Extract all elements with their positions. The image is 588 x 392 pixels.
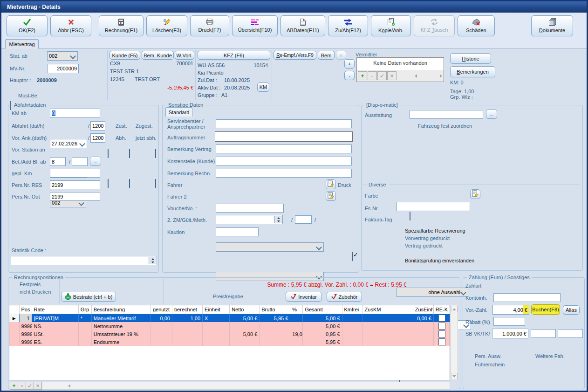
title-bar[interactable]: Mietvertrag - Details bbox=[1, 1, 587, 13]
druck-button[interactable]: Druck(F7) bbox=[190, 15, 229, 36]
table-row[interactable]: ▶ 1 [PRIVAT]M * Manueller Miettarif 0,00… bbox=[9, 314, 450, 323]
col-prozent[interactable]: % bbox=[290, 305, 303, 314]
sb-input-1[interactable]: 1.000,00 € bbox=[492, 329, 528, 338]
ank-checkbox[interactable] bbox=[108, 179, 109, 188]
table-row[interactable]: 99992 USt. Umsatzsteuer 19 % 5,00 € 19,0… bbox=[9, 330, 450, 338]
rek-checkbox[interactable] bbox=[438, 315, 445, 322]
vermittler-plus-button[interactable]: + bbox=[344, 59, 355, 69]
pers-out-input[interactable]: 2199 bbox=[50, 192, 100, 201]
kfz-button[interactable]: KFZ (F6) bbox=[198, 51, 270, 60]
ok-button[interactable]: OK(F2) bbox=[7, 15, 48, 36]
bestrate-button[interactable]: Bestrate (ctrl + b) bbox=[61, 292, 116, 302]
uebersicht-button[interactable]: Übersicht(F10) bbox=[232, 15, 278, 36]
wvorl-button[interactable]: W.Vorl. bbox=[175, 51, 194, 60]
zm-input-2[interactable] bbox=[295, 215, 312, 224]
voucher-input[interactable] bbox=[216, 204, 284, 213]
abort-button[interactable]: Abbr.(ESC) bbox=[50, 15, 91, 36]
schaeden-button[interactable]: Schäden bbox=[458, 15, 495, 36]
historie-button[interactable]: Historie bbox=[450, 53, 491, 64]
km-ab-input[interactable]: 0 bbox=[50, 109, 100, 117]
loeschen-button[interactable]: Löschen(F3) bbox=[146, 15, 187, 36]
fahrzeug-fest-checkbox[interactable] bbox=[410, 212, 410, 220]
col-rek[interactable]: RE-K bbox=[433, 305, 450, 314]
tab-standard[interactable]: Standard bbox=[165, 107, 192, 117]
sb-input-2[interactable] bbox=[531, 329, 556, 338]
fahrer2-edit-button[interactable] bbox=[326, 191, 336, 201]
zust-checkbox[interactable] bbox=[129, 149, 130, 158]
next-arrow-icon[interactable] bbox=[440, 74, 442, 78]
vertical-scrollbar[interactable] bbox=[450, 305, 458, 380]
ausstattung-input[interactable] bbox=[410, 110, 483, 119]
remove-button[interactable]: - bbox=[368, 71, 377, 80]
col-berechnet[interactable]: berechnet bbox=[172, 305, 203, 314]
sb-input-3[interactable] bbox=[558, 329, 583, 338]
prev-arrow-icon[interactable] bbox=[415, 74, 417, 78]
spinner-buttons[interactable] bbox=[149, 257, 156, 264]
mv-nr-input[interactable]: 2000009 bbox=[47, 64, 79, 73]
rek-checkbox[interactable] bbox=[438, 330, 445, 337]
bemerkungen-button[interactable]: Bemerkungen bbox=[450, 66, 495, 77]
buchen-button[interactable]: Buchen(F8) bbox=[531, 304, 560, 315]
col-pos[interactable]: Pos bbox=[19, 305, 32, 314]
col-gesamt[interactable]: Gesamt bbox=[303, 305, 342, 314]
col-rate[interactable]: Rate bbox=[32, 305, 78, 314]
bet-input[interactable]: 8 bbox=[50, 157, 66, 166]
abfahrt-checkbox[interactable] bbox=[108, 149, 109, 158]
col-kmfrei[interactable]: Kmfrei bbox=[342, 305, 362, 314]
vermittler-minus-button[interactable]: - bbox=[344, 71, 355, 80]
col-brutto[interactable]: Brutto bbox=[260, 305, 290, 314]
add-position-button[interactable]: + bbox=[10, 382, 18, 390]
remove-position-button[interactable]: - bbox=[18, 382, 26, 390]
table-row[interactable]: 99991 NS. Nettosumme 5,00 € bbox=[9, 322, 450, 330]
fsnr-input[interactable] bbox=[397, 202, 470, 211]
serviceberater-input[interactable] bbox=[216, 119, 352, 128]
vorzahl-input[interactable]: 4,00 € bbox=[492, 305, 529, 315]
col-zuskm[interactable]: ZusKM bbox=[362, 305, 413, 314]
gepl-km-input[interactable] bbox=[50, 169, 100, 178]
bem-rechn-input[interactable] bbox=[216, 169, 352, 178]
kunde-button[interactable]: Kunde (F5) bbox=[109, 51, 140, 60]
bet-input-2[interactable] bbox=[72, 157, 88, 166]
col-netto[interactable]: Netto bbox=[230, 305, 260, 314]
scroll-left-arrow-icon[interactable] bbox=[68, 384, 70, 388]
col-einheit[interactable]: Einheit bbox=[203, 305, 230, 314]
stat-ab-select[interactable]: 002 bbox=[47, 51, 78, 61]
zm-spinner[interactable] bbox=[216, 215, 283, 224]
scroll-down-button[interactable] bbox=[451, 373, 458, 379]
druck-checkbox[interactable] bbox=[352, 252, 353, 261]
col-grp[interactable]: Grp bbox=[78, 305, 91, 314]
col-genutzt[interactable]: genutzt bbox=[150, 305, 172, 314]
abfahrt-time-input[interactable]: 1200 bbox=[90, 121, 105, 131]
abh-checkbox[interactable] bbox=[129, 179, 130, 188]
col-beschreibung[interactable]: Beschreibung bbox=[91, 305, 150, 314]
fahrer-edit-button[interactable] bbox=[326, 179, 336, 189]
rek-checkbox[interactable] bbox=[438, 323, 445, 330]
tab-mietvertrag[interactable]: Mietvertrag bbox=[5, 39, 39, 49]
pers-res-input[interactable]: 2199 bbox=[50, 180, 100, 189]
cancel-button[interactable]: × bbox=[387, 71, 397, 80]
cancel-position-button[interactable]: × bbox=[34, 382, 42, 390]
bem-vertrag-input[interactable] bbox=[216, 144, 352, 153]
bem-kunde-button[interactable]: Bem. Kunde bbox=[142, 51, 174, 60]
add-button[interactable]: + bbox=[358, 71, 367, 80]
abdaten-button[interactable]: ABDaten(F11) bbox=[280, 15, 325, 36]
abfahrt-date-select[interactable]: 27.02.2026 bbox=[50, 139, 87, 148]
auftragsnummer-input[interactable] bbox=[215, 131, 353, 142]
kostenstelle-input[interactable] bbox=[216, 157, 352, 165]
horizontal-scrollbar[interactable] bbox=[42, 382, 450, 390]
spinner-buttons[interactable] bbox=[274, 216, 282, 223]
dokumente-button[interactable]: Dokumente bbox=[531, 15, 573, 36]
zugest-checkbox[interactable] bbox=[155, 149, 156, 158]
col-zuseinh[interactable]: ZusEinh bbox=[413, 305, 433, 314]
fahrer-select[interactable] bbox=[216, 242, 324, 252]
ausstattung-browse-button[interactable]: ... bbox=[486, 110, 497, 119]
ank-time-input[interactable]: 1200 bbox=[90, 133, 105, 143]
statistik-spinner[interactable] bbox=[11, 256, 157, 265]
bet-browse-button[interactable]: ... bbox=[90, 157, 101, 166]
zubehoer-button[interactable]: Zubehör bbox=[327, 292, 362, 302]
farbe-edit-button[interactable] bbox=[470, 189, 480, 199]
confirm-position-button[interactable]: ✓ bbox=[26, 382, 34, 390]
jetzt-abh-checkbox[interactable] bbox=[155, 179, 156, 188]
zuab-button[interactable]: Zu/Ab(F12) bbox=[328, 15, 368, 36]
kontoinh-input[interactable] bbox=[493, 293, 561, 302]
